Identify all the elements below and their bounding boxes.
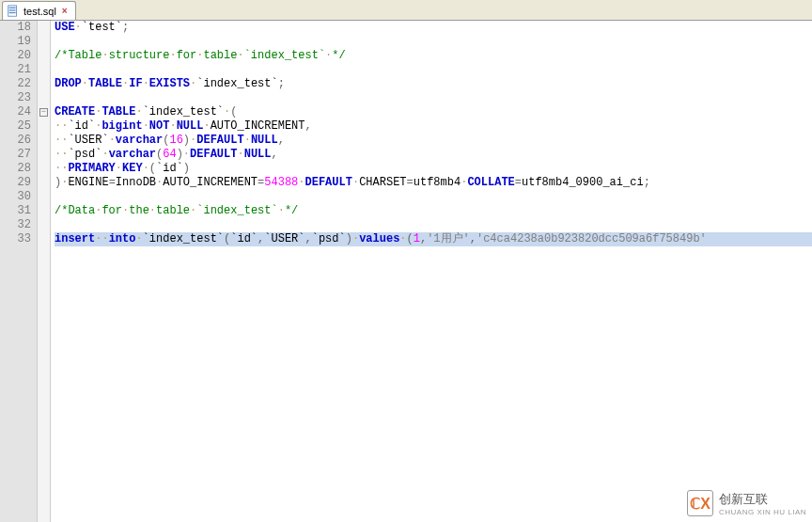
code-line[interactable]: /*Data·for·the·table·`index_test`·*/: [55, 204, 812, 218]
line-number: 21: [0, 63, 31, 77]
code-line[interactable]: [55, 91, 812, 105]
code-line[interactable]: [55, 63, 812, 77]
line-number: 27: [0, 148, 31, 162]
code-line[interactable]: ··`USER`·varchar(16)·DEFAULT·NULL,: [55, 134, 812, 148]
line-number: 29: [0, 176, 31, 190]
svg-rect-3: [9, 11, 16, 12]
line-number: 33: [0, 232, 31, 246]
code-line[interactable]: CREATE·TABLE·`index_test`·(: [55, 105, 812, 119]
code-line[interactable]: ··`psd`·varchar(64)·DEFAULT·NULL,: [55, 148, 812, 162]
tab-filename: test.sql: [23, 6, 56, 17]
line-number-gutter: 18192021222324252627282930313233: [0, 21, 38, 522]
code-line-highlighted[interactable]: insert··into·`index_test`(`id`,`USER`,`p…: [55, 232, 812, 246]
line-number: 30: [0, 190, 31, 204]
watermark-title: 创新互联: [719, 491, 806, 508]
line-number: 18: [0, 21, 31, 35]
file-tab[interactable]: test.sql ×: [2, 1, 76, 20]
tab-bar: test.sql ×: [0, 0, 812, 21]
fold-gutter[interactable]: −: [38, 21, 51, 522]
sql-file-icon: [7, 5, 20, 18]
code-line[interactable]: ··PRIMARY·KEY·(`id`): [55, 162, 812, 176]
fold-collapse-icon[interactable]: −: [39, 108, 48, 117]
line-number: 26: [0, 134, 31, 148]
line-number: 23: [0, 91, 31, 105]
code-editor[interactable]: 18192021222324252627282930313233 − USE·`…: [0, 21, 812, 522]
svg-rect-1: [9, 7, 16, 8]
line-number: 19: [0, 35, 31, 49]
svg-rect-2: [9, 9, 16, 10]
code-line[interactable]: [55, 218, 812, 232]
code-line[interactable]: /*Table·structure·for·table·`index_test`…: [55, 49, 812, 63]
code-line[interactable]: ··`id`·bigint·NOT·NULL·AUTO_INCREMENT,: [55, 119, 812, 134]
line-number: 25: [0, 119, 31, 134]
code-line[interactable]: USE·`test`;: [55, 21, 812, 35]
line-number: 31: [0, 204, 31, 218]
watermark-logo: ℂX: [687, 490, 713, 516]
line-number: 32: [0, 218, 31, 232]
line-number: 20: [0, 49, 31, 63]
code-line[interactable]: )·ENGINE=InnoDB·AUTO_INCREMENT=54388·DEF…: [55, 176, 812, 190]
code-line[interactable]: [55, 35, 812, 49]
code-line[interactable]: DROP·TABLE·IF·EXISTS·`index_test`;: [55, 77, 812, 91]
watermark: ℂX 创新互联 CHUANG XIN HU LIAN: [687, 490, 806, 516]
line-number: 22: [0, 77, 31, 91]
code-area[interactable]: USE·`test`;/*Table·structure·for·table·`…: [51, 21, 812, 522]
code-line[interactable]: [55, 190, 812, 204]
watermark-sub: CHUANG XIN HU LIAN: [719, 508, 806, 516]
line-number: 24: [0, 105, 31, 119]
line-number: 28: [0, 162, 31, 176]
close-tab-icon[interactable]: ×: [60, 6, 70, 16]
